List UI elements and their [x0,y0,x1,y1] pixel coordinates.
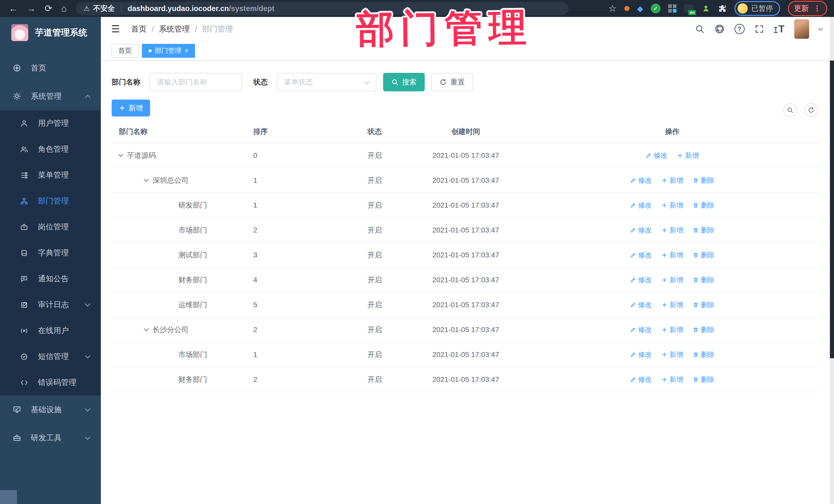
sidebar-item-depts[interactable]: 部门管理 [0,188,101,214]
row-action-add[interactable]: 新增 [661,350,683,359]
row-action-edit[interactable]: 修改 [630,201,652,210]
sidebar-item-roles[interactable]: 角色管理 [0,136,101,162]
row-action-del[interactable]: 删除 [693,350,715,359]
row-action-del[interactable]: 删除 [693,201,715,210]
close-tab-icon[interactable]: × [184,47,188,54]
browser-menu-icon[interactable]: ⋮ [813,4,821,13]
row-action-edit[interactable]: 修改 [630,375,652,384]
status-cell: 开启 [343,275,407,285]
bookmark-star-icon[interactable]: ☆ [609,3,617,14]
actions-cell: 修改新增删除 [525,350,820,359]
row-action-add[interactable]: 新增 [661,250,683,260]
row-action-edit[interactable]: 修改 [630,176,652,185]
row-action-add[interactable]: 新增 [661,201,683,210]
pencil-icon [630,376,636,382]
row-action-edit[interactable]: 修改 [646,151,668,160]
status-cell: 开启 [343,250,407,260]
expand-caret-icon[interactable] [118,152,123,157]
row-action-edit[interactable]: 修改 [630,350,652,359]
sidebar-group-devtools[interactable]: 研发工具 [0,424,101,452]
browser-reload-icon[interactable]: ⟳ [45,3,52,14]
extension-green-check-icon[interactable]: ✓ [651,4,660,13]
help-icon[interactable]: ? [734,24,745,34]
app-logo-row: 芋道管理系统 [0,17,101,47]
font-size-icon[interactable]: TT [774,25,785,33]
row-action-del[interactable]: 删除 [693,250,715,260]
row-action-del[interactable]: 删除 [693,275,715,285]
browser-update-button[interactable]: 更新 ⋮ [788,1,827,16]
refresh-table-button[interactable] [804,103,818,117]
status-select[interactable]: 菜单状态 [277,73,376,91]
row-action-edit[interactable]: 修改 [630,250,652,260]
sidebar-group-infra[interactable]: 基础设施 [0,395,101,424]
scrollbar-thumb[interactable] [830,61,834,358]
row-action-edit[interactable]: 修改 [630,275,652,285]
row-action-add[interactable]: 新增 [661,275,683,285]
col-sort: 排序 [248,127,343,136]
sidebar-group-system[interactable]: 系统管理 [0,82,101,110]
extension-on-badge-icon[interactable] [684,4,694,13]
sidebar-item-notice[interactable]: 通知公告 [0,266,101,292]
row-action-del[interactable]: 删除 [693,176,715,185]
browser-back-icon[interactable]: ← [9,3,18,14]
created-time-cell: 2021-01-05 17:03:47 [407,176,525,184]
browser-profile-button[interactable]: 已暂停 [734,1,780,16]
add-button[interactable]: 新增 [112,100,150,116]
sidebar-group-audit-log[interactable]: 审计日志 [0,292,101,318]
expand-caret-icon[interactable] [144,326,149,331]
fullscreen-icon[interactable] [754,24,764,34]
row-action-edit[interactable]: 修改 [630,325,652,334]
user-avatar[interactable] [794,19,809,39]
tab-home[interactable]: 首页 [112,44,138,58]
table-row: 芋道源码 0 开启 2021-01-05 17:03:47 修改新增 [112,143,820,168]
page-scrollbar[interactable] [830,17,834,504]
expand-caret-icon[interactable] [144,177,149,182]
extension-orange-icon[interactable] [624,6,630,11]
hamburger-icon[interactable]: ☰ [111,23,120,35]
extension-grid-icon[interactable] [668,4,672,8]
browser-home-icon[interactable]: ⌂ [61,3,67,14]
row-action-add[interactable]: 新增 [661,225,683,235]
search-icon[interactable] [695,24,705,34]
table-row: 长沙分公司 2 开启 2021-01-05 17:03:47 修改新增删除 [112,317,820,342]
row-action-edit[interactable]: 修改 [630,225,652,235]
extensions-puzzle-icon[interactable] [718,4,727,13]
sidebar-group-sms[interactable]: 短信管理 [0,344,101,370]
tab-dept[interactable]: 部门管理 × [142,44,195,58]
sidebar-item-home[interactable]: 首页 [0,54,101,82]
url-host: dashboard.yudao.iocoder.cn [128,4,229,13]
dept-name-input[interactable] [150,73,242,91]
sidebar-item-dict[interactable]: 字典管理 [0,240,101,266]
plus-icon [661,327,667,333]
github-icon[interactable] [715,24,725,34]
sidebar-item-online-users[interactable]: 在线用户 [0,318,101,344]
row-action-add[interactable]: 新增 [661,375,683,384]
reset-button[interactable]: 重置 [431,73,473,91]
dept-name-label: 部门名称 [112,77,140,87]
pencil-icon [630,302,636,308]
avatar-caret-icon[interactable] [818,26,823,30]
extension-gem-icon[interactable]: ◆ [637,4,643,13]
status-cell: 开启 [343,151,407,160]
sidebar-item-posts[interactable]: 岗位管理 [0,214,101,240]
row-action-add[interactable]: 新增 [677,151,699,160]
row-action-add[interactable]: 新增 [661,325,683,334]
extension-spy-icon[interactable] [702,4,710,13]
row-action-del[interactable]: 删除 [693,225,715,235]
row-action-edit[interactable]: 修改 [630,300,652,309]
row-action-del[interactable]: 删除 [693,325,715,334]
breadcrumb-home[interactable]: 首页 [131,24,147,35]
search-button[interactable]: 搜索 [383,73,425,91]
browser-forward-icon[interactable]: → [27,3,36,14]
row-action-add[interactable]: 新增 [661,300,683,309]
row-action-del[interactable]: 删除 [693,300,715,309]
sidebar: 芋道管理系统 首页 系统管理 用户管理 [0,17,101,504]
sidebar-item-error-codes[interactable]: 错误码管理 [0,370,101,395]
row-action-del[interactable]: 删除 [693,375,715,384]
sidebar-item-users[interactable]: 用户管理 [0,110,101,136]
sidebar-collapse-button[interactable] [0,490,17,504]
row-action-add[interactable]: 新增 [661,176,683,185]
breadcrumb-system[interactable]: 系统管理 [159,24,190,35]
show-search-toggle-button[interactable] [783,103,797,117]
sidebar-item-menus[interactable]: 菜单管理 [0,162,101,188]
